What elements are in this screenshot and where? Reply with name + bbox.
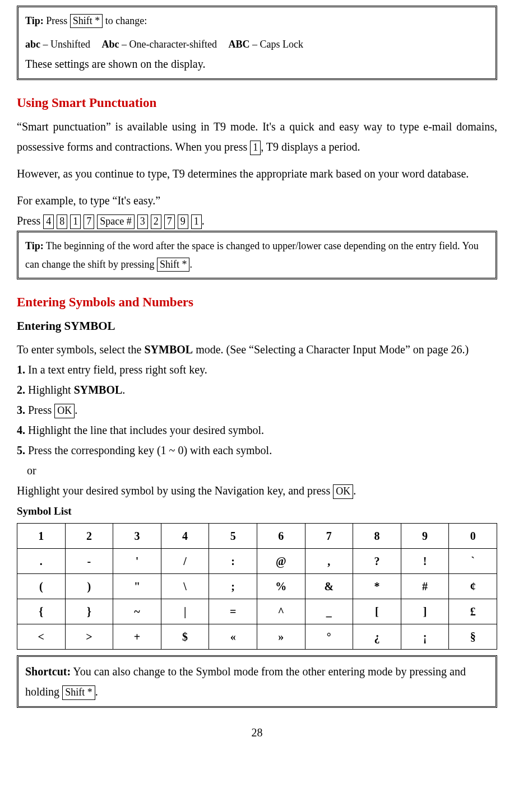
sym-cell: 2 [65,524,113,549]
table-row: . - ' / : @ , ? ! ` [17,549,497,574]
sym-cell: - [65,549,113,574]
sym-cell: ^ [257,599,305,624]
sym-cell: 3 [113,524,161,549]
step-2-bold: SYMBOL [74,384,123,396]
sym-cell: ! [401,549,449,574]
key-seq-1: 8 [57,214,67,228]
page-number: 28 [17,722,497,743]
tip-label: Tip: [25,15,44,26]
sym-cell: + [113,624,161,650]
sym-cell: « [209,624,257,650]
sym-cell: : [209,549,257,574]
sym-cell: / [161,549,209,574]
mode-ABC-t: – Caps Lock [250,39,303,50]
sym-cell: 5 [209,524,257,549]
key-ok-2: OK [333,484,353,498]
heading-symbols-numbers: Entering Symbols and Numbers [17,291,497,314]
key-seq-6: 2 [151,214,161,228]
sym-cell: ` [449,549,497,574]
key-ok: OK [54,404,75,418]
sym-cell: % [257,574,305,599]
step-3-num: 3. [17,404,25,416]
mode-abc-b: abc [25,39,40,50]
step-2-ta: Highlight [25,384,74,396]
key-seq-3: 7 [84,214,94,228]
sym-cell: \ [161,574,209,599]
sym-cell: 4 [161,524,209,549]
sym-cell: ° [305,624,353,650]
sym-cell: ) [65,574,113,599]
key-1: 1 [250,141,261,155]
heading-smart-punctuation: Using Smart Punctuation [17,91,497,114]
sym-cell: $ [161,624,209,650]
step-5: 5. Press the corresponding key (1 ~ 0) w… [17,440,497,460]
tip2-content: Tip: The beginning of the word after the… [25,237,489,273]
step-6-a: Highlight your desired symbol by using t… [17,484,333,497]
tip-box-2: Tip: The beginning of the word after the… [17,231,497,279]
sym-cell: < [17,624,66,650]
key-seq-8: 9 [178,214,188,228]
sp-p1b: , T9 displays a period. [261,141,360,153]
sym-cell: | [161,599,209,624]
sym-cell: ¡ [401,624,449,650]
sp-para-2: However, as you continue to type, T9 det… [17,164,497,184]
table-row: < > + $ « » ° ¿ ¡ § [17,624,497,650]
step-2-num: 2. [17,384,25,396]
tip-press: Press [44,15,70,26]
sym-cell: ? [353,549,401,574]
sp-para-1: “Smart punctuation” is available using i… [17,116,497,157]
sym-cell: 6 [257,524,305,549]
sym-cell: ¢ [449,574,497,599]
sym-cell: 7 [305,524,353,549]
mode-ABC-b: ABC [229,39,250,50]
sym-cell: " [113,574,161,599]
step-5-num: 5. [17,444,25,456]
sym-cell: ' [113,549,161,574]
or-line: or [17,460,497,480]
sym-cell: 0 [449,524,497,549]
sym-cell: , [305,549,353,574]
sp-p4post: . [202,214,205,227]
sym-p1: To enter symbols, select the SYMBOL mode… [17,339,497,360]
sym-cell: 1 [17,524,66,549]
step-1-text: In a text entry field, press right soft … [25,363,207,376]
step-6-b: . [353,484,356,497]
step-1: 1. In a text entry field, press right so… [17,360,497,380]
table-row: ( ) " \ ; % & * # ¢ [17,574,497,599]
sub-heading-symbol: Entering SYMBOL [17,316,497,337]
sym-cell: ; [209,574,257,599]
tip-tochange: to change: [103,15,147,26]
shortcut-t2: . [95,685,98,698]
symbol-table: 1 2 3 4 5 6 7 8 9 0 . - ' / : @ , ? ! ` … [17,523,497,650]
table-row: 1 2 3 4 5 6 7 8 9 0 [17,524,497,549]
sp-para-4: Press 4 8 1 7 Space # 3 2 7 9 1 . [17,211,497,231]
tip2-text1: The beginning of the word after the spac… [25,240,479,269]
tip2-label: Tip: [25,240,44,251]
sym-cell: [ [353,599,401,624]
key-seq-0: 4 [43,214,54,228]
sym-cell: @ [257,549,305,574]
tip-modes-row: abc – Unshifted Abc – One-character-shif… [25,35,489,53]
sym-cell: . [17,549,66,574]
tip2-text2: . [189,259,192,270]
step-2-tb: . [122,384,125,396]
symbol-list-label: Symbol List [17,502,497,521]
sym-cell: § [449,624,497,650]
step-3-tb: . [75,404,77,416]
key-seq-4: Space # [97,214,134,228]
step-5-text: Press the corresponding key (1 ~ 0) with… [25,444,272,456]
sym-cell: ] [401,599,449,624]
mode-Abc-b: Abc [102,39,119,50]
sym-cell: » [257,624,305,650]
sym-cell: > [65,624,113,650]
tip-box-1: Tip: Press Shift * to change: abc – Unsh… [17,6,497,80]
key-shift-star-3: Shift * [62,685,95,699]
step-4-text: Highlight the line that includes your de… [25,424,264,436]
sp-para-3: For example, to type “It's easy.” [17,190,497,211]
sym-cell: ( [17,574,66,599]
mode-abc-t: – Unshifted [40,39,90,50]
sym-cell: ~ [113,599,161,624]
key-seq-7: 7 [164,214,175,228]
sym-cell: # [401,574,449,599]
table-row: { } ~ | = ^ _ [ ] £ [17,599,497,624]
